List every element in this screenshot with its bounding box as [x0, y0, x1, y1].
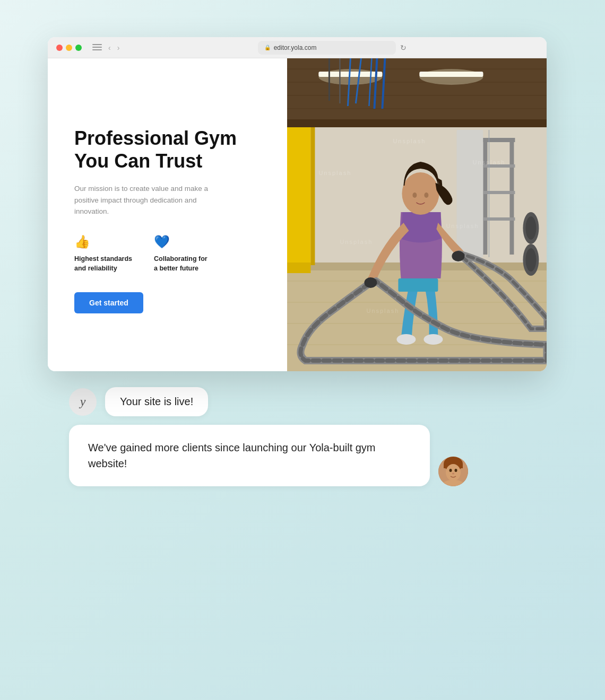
svg-point-60	[450, 469, 452, 472]
url-text: editor.yola.com	[274, 44, 317, 51]
chat-area: y Your site is live! We've gained more c…	[48, 387, 547, 486]
left-panel: Professional Gym You Can Trust Our missi…	[48, 58, 287, 371]
feature-item-2: 💙 Collaborating for a better future	[154, 234, 212, 273]
user-avatar-svg	[438, 457, 468, 486]
heart-icon: 💙	[154, 234, 212, 249]
svg-rect-31	[510, 138, 514, 255]
svg-text:Unsplash: Unsplash	[319, 170, 352, 176]
svg-rect-37	[489, 130, 490, 257]
traffic-lights	[56, 45, 82, 51]
thumbs-up-icon: 👍	[74, 234, 133, 249]
gym-image-svg: Unsplash Unsplash Unsplash Unsplash Unsp…	[287, 58, 547, 371]
svg-text:Unsplash: Unsplash	[340, 239, 373, 245]
feature-text-2: Collaborating for a better future	[154, 255, 212, 273]
hero-description: Our mission is to create value and make …	[74, 183, 212, 217]
svg-point-12	[420, 69, 483, 85]
hero-title: Professional Gym You Can Trust	[74, 127, 266, 172]
svg-point-42	[397, 334, 416, 345]
svg-rect-29	[287, 262, 310, 273]
site-live-bubble: Your site is live!	[105, 387, 208, 416]
svg-point-59	[446, 464, 461, 481]
back-button[interactable]: ‹	[108, 43, 111, 52]
svg-rect-2	[287, 119, 547, 127]
browser-window: ‹ › 🔒 editor.yola.com ↻ Professional Gym…	[48, 37, 547, 371]
svg-point-48	[365, 277, 377, 288]
svg-text:Unsplash: Unsplash	[473, 159, 506, 165]
svg-rect-44	[399, 278, 438, 292]
get-started-button[interactable]: Get started	[74, 292, 143, 313]
svg-text:Unsplash: Unsplash	[393, 138, 426, 144]
testimonial-bubble: We've gained more clients since launchin…	[69, 425, 430, 486]
page-container: ‹ › 🔒 editor.yola.com ↻ Professional Gym…	[48, 37, 557, 663]
svg-rect-27	[287, 127, 310, 265]
svg-point-45	[402, 172, 439, 215]
yola-avatar: y	[69, 388, 97, 416]
address-bar-container: 🔒 editor.yola.com ↻	[126, 41, 538, 55]
reload-button[interactable]: ↻	[400, 43, 407, 52]
address-bar[interactable]: 🔒 editor.yola.com	[258, 41, 396, 55]
forward-button[interactable]: ›	[117, 43, 120, 52]
svg-rect-30	[483, 138, 488, 255]
testimonial-text: We've gained more clients since launchin…	[88, 442, 376, 469]
svg-rect-28	[311, 127, 315, 265]
traffic-light-green[interactable]	[75, 45, 82, 51]
svg-point-43	[424, 334, 443, 345]
svg-text:Unsplash: Unsplash	[446, 223, 479, 229]
sidebar-toggle-button[interactable]	[92, 44, 102, 51]
svg-rect-1	[287, 58, 547, 122]
traffic-light-yellow[interactable]	[66, 45, 72, 51]
svg-point-46	[413, 192, 417, 198]
svg-point-62	[452, 473, 454, 475]
browser-chrome: ‹ › 🔒 editor.yola.com ↻	[48, 37, 547, 58]
browser-content: Professional Gym You Can Trust Our missi…	[48, 58, 547, 371]
svg-point-41	[526, 248, 537, 272]
testimonial-chat: We've gained more clients since launchin…	[69, 425, 525, 486]
site-live-text: Your site is live!	[120, 396, 193, 407]
svg-rect-35	[483, 217, 515, 221]
features-row: 👍 Highest standards and reliability 💙 Co…	[74, 234, 266, 273]
svg-point-39	[526, 216, 537, 240]
feature-text-1: Highest standards and reliability	[74, 255, 133, 273]
svg-rect-32	[483, 138, 515, 142]
user-avatar	[438, 457, 468, 486]
svg-rect-36	[457, 130, 483, 257]
feature-item-1: 👍 Highest standards and reliability	[74, 234, 133, 273]
svg-rect-34	[483, 191, 515, 194]
svg-point-61	[455, 469, 457, 472]
svg-point-49	[452, 251, 465, 261]
svg-point-47	[425, 192, 429, 198]
site-live-notification: y Your site is live!	[69, 387, 525, 416]
svg-text:Unsplash: Unsplash	[367, 308, 400, 314]
gym-image-panel: Unsplash Unsplash Unsplash Unsplash Unsp…	[287, 58, 547, 371]
traffic-light-red[interactable]	[56, 45, 63, 51]
lock-icon: 🔒	[264, 45, 271, 50]
